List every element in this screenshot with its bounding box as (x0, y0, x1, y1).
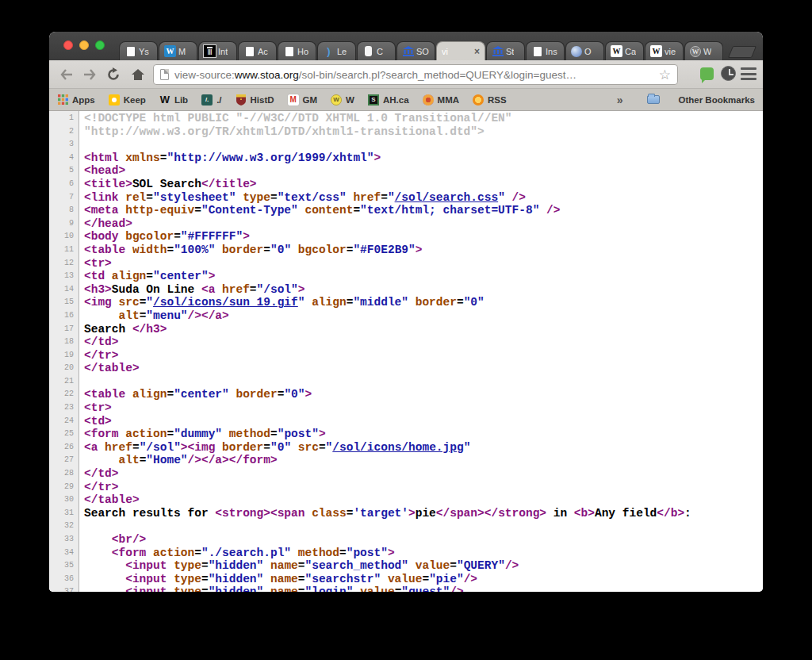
source-token-plain: = (339, 547, 347, 559)
close-window-button[interactable] (63, 40, 73, 50)
tab[interactable]: Ca (605, 41, 644, 60)
tab[interactable]: C (357, 41, 396, 60)
line-number: 37 (49, 585, 79, 592)
doc-icon (283, 45, 295, 57)
window-controls (63, 40, 105, 50)
bookmark-item[interactable]: Lib (159, 94, 188, 106)
reload-button[interactable] (105, 66, 122, 83)
line-number: 22 (49, 388, 79, 401)
home-button[interactable] (129, 66, 147, 83)
bookmark-item[interactable]: RSS (473, 94, 507, 106)
source-token-tag: </title> (201, 178, 257, 190)
source-token-plain: = (132, 441, 140, 454)
bookmark-item[interactable]: AH.ca (368, 94, 409, 106)
source-token-tag: </head> (84, 217, 132, 230)
source-token-attribute-value: "center" (153, 270, 209, 282)
source-link[interactable]: /sol/search.css (395, 191, 499, 204)
source-token-tag: <body (84, 230, 119, 243)
source-line: <html xmlns="http://www.w3.org/1999/xhtm… (84, 152, 763, 165)
source-token-plain: = (167, 244, 174, 256)
source-token-tag: /> (450, 585, 463, 592)
source-token-attribute-value: "hidden" (209, 573, 264, 585)
line-number: 16 (49, 309, 79, 323)
tab-label: O (584, 47, 592, 56)
bookmark-label: MMA (438, 95, 459, 105)
source-token-plain (125, 244, 132, 256)
bookmarks-overflow-chevron[interactable]: » (617, 94, 623, 106)
back-button[interactable] (58, 66, 75, 83)
source-token-attribute-name: border (222, 244, 263, 256)
source-token-tag: /></a> (188, 309, 229, 322)
line-number: 19 (49, 349, 79, 363)
tab[interactable]: SO (396, 41, 435, 60)
tab-strip: YsMIntAcHoLeCSOvi×StInsOCavieW (119, 40, 758, 60)
minimize-window-button[interactable] (79, 40, 89, 50)
source-token-plain (236, 191, 243, 204)
source-line (84, 375, 763, 389)
source-token-tag: <br/> (112, 533, 147, 546)
other-bookmarks-button[interactable]: Other Bookmarks (678, 95, 755, 105)
source-token-tag: <meta (84, 204, 119, 217)
tab[interactable]: M (159, 41, 197, 60)
bookmark-item[interactable]: MMA (423, 94, 459, 106)
source-token-tag: <input (125, 585, 167, 592)
view-source-content[interactable]: 1234567891011121314151617181920212223242… (49, 111, 763, 592)
tab[interactable]: Ins (526, 41, 565, 60)
source-token-tag: > (209, 270, 216, 282)
tab[interactable]: Le (317, 41, 356, 60)
tab-active-view-source[interactable]: vi× (436, 41, 485, 60)
bookmark-item[interactable]: W (331, 94, 354, 106)
bookmark-item[interactable]: GM (288, 94, 318, 106)
tab[interactable]: Ho (278, 41, 316, 60)
source-token-attribute-name: type (174, 585, 201, 592)
source-token-attribute-name: type (174, 573, 201, 585)
source-line: <!DOCTYPE html PUBLIC "-//W3C//DTD XHTML… (84, 112, 763, 125)
tab[interactable]: O (565, 41, 604, 60)
source-token-plain (263, 559, 270, 572)
source-link[interactable]: /sol/icons/sun_19.gif (153, 296, 298, 309)
source-line (84, 138, 763, 152)
bookmark-label: Lib (174, 95, 188, 105)
extension-clock-icon[interactable] (721, 66, 736, 81)
bookmark-item[interactable]: HistD (236, 94, 274, 106)
source-token-plain: = (263, 244, 270, 256)
source-token-plain: = (194, 204, 201, 217)
source-link[interactable]: /sol/icons/home.jpg (332, 441, 463, 454)
bookmark-item[interactable]: ./ (201, 94, 221, 106)
zoom-window-button[interactable] (95, 40, 105, 50)
source-token-plain: Search (84, 323, 132, 336)
source-token-plain (505, 191, 512, 204)
tab-close-icon[interactable]: × (474, 47, 480, 56)
source-token-tag: <table (84, 388, 125, 401)
bookmark-star-icon[interactable]: ☆ (659, 68, 671, 82)
bookmark-item[interactable]: Keep (109, 94, 146, 106)
extension-bubble-icon[interactable] (700, 67, 714, 80)
source-token-attribute-value: "login" (305, 585, 354, 592)
forward-button[interactable] (81, 66, 98, 83)
address-bar[interactable]: view-source:www.stoa.org/sol-bin/search.… (153, 64, 678, 85)
tab-label: W (703, 47, 711, 56)
doc-icon (124, 45, 136, 57)
bookmark-item[interactable]: Apps (57, 94, 95, 106)
chrome-menu-button[interactable] (741, 67, 756, 80)
tab[interactable]: vie (645, 41, 684, 60)
new-tab-button[interactable] (728, 46, 756, 58)
source-line: Search </h3> (84, 323, 763, 336)
source-token-plain: SOL Search (132, 178, 201, 190)
source-token-attribute-value: "post" (278, 428, 319, 440)
source-token-plain: = (201, 573, 209, 585)
source-token-plain (98, 441, 105, 454)
source-token-plain: = (319, 441, 326, 454)
source-token-attribute-name: bgcolor (125, 230, 174, 243)
source-token-attribute-value: "Home" (146, 454, 187, 466)
source-token-tag: /></a></form> (188, 454, 278, 466)
source-token-attribute-name: alt (119, 309, 140, 322)
tab[interactable]: W (684, 41, 723, 60)
tab[interactable]: St (486, 41, 525, 60)
source-token-plain: = (381, 191, 388, 204)
tab[interactable]: Int (198, 41, 237, 60)
tab[interactable]: Ac (238, 41, 277, 60)
tab[interactable]: Ys (119, 41, 158, 60)
w-yellow-icon (331, 94, 342, 106)
source-token-plain: Suda On Line (112, 283, 201, 296)
